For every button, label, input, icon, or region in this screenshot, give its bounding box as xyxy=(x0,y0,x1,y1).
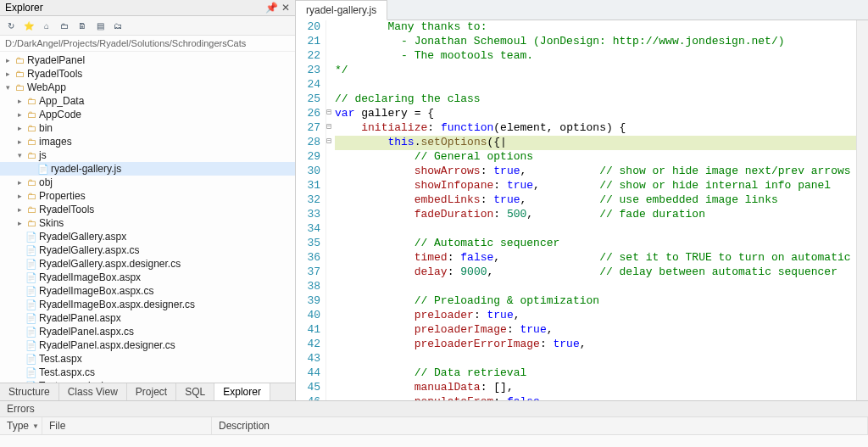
csfile-icon: 📄 xyxy=(25,257,37,271)
bottom-tab-explorer[interactable]: Explorer xyxy=(214,383,270,400)
tree-item[interactable]: ▸🗀AppCode xyxy=(0,108,295,121)
chevron-down-icon[interactable]: ▼ xyxy=(32,422,39,430)
file-tab[interactable]: ryadel-gallery.js xyxy=(296,0,387,20)
tree-item[interactable]: ▸🗀bin xyxy=(0,121,295,135)
code-line[interactable]: manualData: [], xyxy=(335,381,868,395)
expander-icon[interactable]: ▾ xyxy=(3,81,12,94)
code-line[interactable]: var gallery = { xyxy=(335,107,868,121)
bottom-tab-class-view[interactable]: Class View xyxy=(59,383,127,400)
code-line[interactable]: - The mootools team. xyxy=(335,49,868,64)
code-line[interactable] xyxy=(335,280,868,294)
folder-icon: 🗀 xyxy=(14,67,25,81)
code-line[interactable]: fadeDuration: 500, // fade duration xyxy=(335,208,868,222)
toolbar-button[interactable]: ⭐ xyxy=(21,18,36,33)
tree-item[interactable]: 📄RyadelGallery.aspx.cs xyxy=(0,243,295,257)
tree-item[interactable]: 📄RyadelGallery.aspx.designer.cs xyxy=(0,257,295,271)
tree-item[interactable]: ▸🗀RyadelTools xyxy=(0,203,295,216)
code-line[interactable]: */ xyxy=(335,64,868,78)
aspx-icon: 📄 xyxy=(25,311,37,325)
toolbar-button[interactable]: 🗎 xyxy=(75,18,90,33)
tree-item[interactable]: 📄RyadelImageBox.aspx.designer.cs xyxy=(0,298,295,311)
tree-label: RyadelPanel.aspx.cs xyxy=(39,325,134,338)
tree-item[interactable]: 📄Test.aspx.cs xyxy=(0,366,295,379)
tree-item[interactable]: ▸🗀Skins xyxy=(0,216,295,230)
code-line[interactable]: preloaderErrorImage: true, xyxy=(335,338,868,352)
tree-item[interactable]: ▾🗀WebApp xyxy=(0,81,295,94)
expander-icon[interactable]: ▸ xyxy=(15,216,24,230)
tree-label: RyadelGallery.aspx.designer.cs xyxy=(39,257,181,271)
folder-icon: 🗀 xyxy=(14,53,25,67)
code-line[interactable]: preloader: true, xyxy=(335,309,868,323)
code-line[interactable]: this.setOptions({| xyxy=(335,136,868,150)
tree-item[interactable]: 📄ryadel-gallery.js xyxy=(0,162,295,176)
tree-item[interactable]: 📄Test.aspx xyxy=(0,352,295,366)
code-area[interactable]: 2021222324252627282930313233343536373839… xyxy=(296,20,868,400)
code-line[interactable]: showArrows: true, // show or hide image … xyxy=(335,165,868,179)
code-line[interactable]: delay: 9000, // delay between automatic … xyxy=(335,265,868,280)
tree-label: RyadelImageBox.aspx xyxy=(39,271,141,284)
pin-icon[interactable]: 📌 xyxy=(265,2,278,14)
code-line[interactable]: Many thanks to: xyxy=(335,20,868,35)
col-description[interactable]: Description xyxy=(212,417,868,434)
code-line[interactable]: - Jonathan Schemoul (JonDesign: http://w… xyxy=(335,35,868,49)
code-line[interactable]: initialize: function(element, options) { xyxy=(335,121,868,136)
tree-item[interactable]: ▸🗀RyadelTools xyxy=(0,67,295,81)
tree-item[interactable]: 📄RyadelImageBox.aspx.cs xyxy=(0,284,295,298)
col-file[interactable]: File xyxy=(42,417,212,434)
code-line[interactable]: // General options xyxy=(335,150,868,165)
bottom-tab-sql[interactable]: SQL xyxy=(176,383,214,400)
expander-icon[interactable]: ▾ xyxy=(15,148,24,162)
expander-icon[interactable]: ▸ xyxy=(3,53,12,67)
close-icon[interactable]: ✕ xyxy=(281,2,290,14)
code-line[interactable]: // Preloading & optimization xyxy=(335,294,868,309)
code-line[interactable]: // Data retrieval xyxy=(335,366,868,381)
path-bar[interactable]: D:/DarkAngel/Projects/Ryadel/Solutions/S… xyxy=(0,36,295,52)
code-line[interactable]: // declaring the class xyxy=(335,92,868,107)
code-line[interactable] xyxy=(335,222,868,237)
expander-icon[interactable]: ▸ xyxy=(15,135,24,148)
toolbar-button[interactable]: 🗀 xyxy=(57,18,72,33)
code-line[interactable] xyxy=(335,352,868,366)
tree-label: Test.aspx.cs xyxy=(39,366,95,379)
code-line[interactable]: timed: false, // set it to TRUE to turn … xyxy=(335,251,868,265)
code-line[interactable]: populateFrom: false, xyxy=(335,395,868,400)
code-line[interactable]: embedLinks: true, // use embedded image … xyxy=(335,193,868,208)
bottom-tab-project[interactable]: Project xyxy=(127,383,176,400)
tree-item[interactable]: ▸🗀obj xyxy=(0,176,295,189)
expander-icon[interactable]: ▸ xyxy=(15,108,24,121)
code-line[interactable]: preloaderImage: true, xyxy=(335,323,868,338)
tree-item[interactable]: 📄RyadelPanel.aspx.cs xyxy=(0,325,295,338)
tree-item[interactable]: ▸🗀App_Data xyxy=(0,94,295,108)
tree-item[interactable]: 📄RyadelPanel.aspx xyxy=(0,311,295,325)
tree-item[interactable]: ▸🗀Properties xyxy=(0,189,295,203)
expander-icon[interactable]: ▸ xyxy=(15,94,24,108)
bottom-tab-structure[interactable]: Structure xyxy=(0,383,59,400)
tree-label: Skins xyxy=(39,216,64,230)
aspx-icon: 📄 xyxy=(25,271,37,284)
tree-item[interactable]: 📄RyadelPanel.aspx.designer.cs xyxy=(0,338,295,352)
code-line[interactable] xyxy=(335,78,868,92)
expander-icon[interactable]: ▸ xyxy=(15,203,24,216)
code-line[interactable]: showInfopane: true, // show or hide inte… xyxy=(335,179,868,193)
expander-icon[interactable]: ▸ xyxy=(3,67,12,81)
code-line[interactable]: // Automatic sequencer xyxy=(335,237,868,251)
expander-icon[interactable]: ▸ xyxy=(15,176,24,189)
tree-item[interactable]: ▾🗀js xyxy=(0,148,295,162)
tree-item[interactable]: ▸🗀images xyxy=(0,135,295,148)
toolbar-button[interactable]: ↻ xyxy=(3,18,19,33)
expander-icon[interactable]: ▸ xyxy=(15,121,24,135)
toolbar-button[interactable]: ⌂ xyxy=(39,18,54,33)
tree-item[interactable]: 📄RyadelGallery.aspx xyxy=(0,230,295,243)
code-lines[interactable]: Many thanks to: - Jonathan Schemoul (Jon… xyxy=(331,20,868,400)
tree-label: RyadelPanel.aspx xyxy=(39,311,121,325)
scrollbar[interactable] xyxy=(856,20,868,400)
col-type[interactable]: Type▼ xyxy=(0,417,42,434)
toolbar-button[interactable]: 🗂 xyxy=(110,18,125,33)
tree-item[interactable]: ▸🗀RyadelPanel xyxy=(0,53,295,67)
tree-label: RyadelGallery.aspx.cs xyxy=(39,243,140,257)
toolbar-button[interactable]: ▤ xyxy=(92,18,108,33)
expander-icon[interactable]: ▸ xyxy=(15,189,24,203)
file-tree[interactable]: ▸🗀RyadelPanel▸🗀RyadelTools▾🗀WebApp▸🗀App_… xyxy=(0,52,295,383)
tree-item[interactable]: 📄RyadelImageBox.aspx xyxy=(0,271,295,284)
folder-icon: 🗀 xyxy=(25,203,37,216)
